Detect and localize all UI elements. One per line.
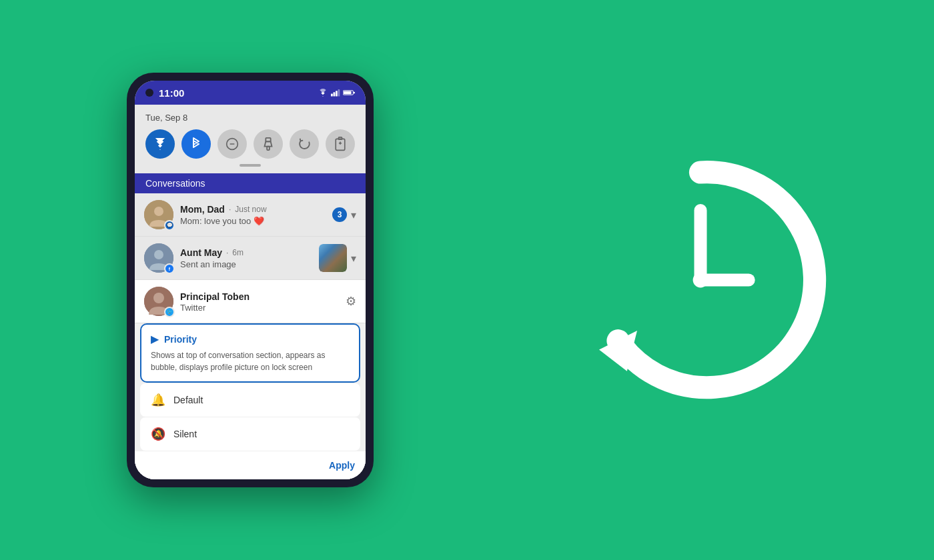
svg-point-20 (154, 207, 163, 216)
wifi-status-icon (318, 89, 328, 97)
apply-bar: Apply (135, 451, 366, 479)
camera-dot (145, 89, 153, 97)
notif-aunt-may[interactable]: f Aunt May · 6m Sent an image (135, 237, 366, 280)
qs-wifi-btn[interactable] (145, 129, 175, 159)
priority-description: Shows at top of conversation section, ap… (151, 349, 350, 373)
mom-dad-dot: · (229, 205, 231, 214)
priority-arrow-icon: ▶ (151, 333, 159, 345)
qs-flashlight-btn[interactable] (254, 129, 283, 159)
mom-dad-avatar: 💬 (144, 200, 173, 229)
mom-dad-name: Mom, Dad (180, 204, 225, 215)
aunt-may-thumb (319, 244, 347, 272)
notif-mom-dad[interactable]: 💬 Mom, Dad · Just now Mom: love you too … (135, 193, 366, 237)
svg-rect-14 (267, 147, 270, 151)
silent-label: Silent (173, 429, 197, 439)
aunt-may-time: 6m (232, 248, 244, 257)
principal-gear-btn[interactable]: ⚙ (346, 294, 356, 309)
svg-rect-15 (336, 139, 345, 150)
conversations-header: Conversations (135, 173, 366, 193)
quick-settings-panel: Tue, Sep 8 (135, 105, 366, 173)
mom-dad-badge: 💬 (164, 220, 175, 231)
principal-actions: ⚙ (346, 294, 356, 309)
aunt-may-name: Aunt May (180, 247, 222, 258)
aunt-may-chevron[interactable]: ▾ (351, 252, 356, 265)
signal-icon (331, 89, 340, 97)
qs-buttons-row (145, 129, 355, 159)
priority-title: Priority (164, 334, 197, 345)
svg-point-3 (693, 273, 709, 288)
apply-button[interactable]: Apply (329, 460, 355, 471)
silent-bell-icon: 🔕 (151, 427, 165, 441)
status-time: 11:00 (159, 87, 184, 99)
aunt-may-message: Sent an image (180, 259, 312, 269)
mom-dad-actions: 3 ▾ (332, 207, 356, 222)
qs-battery-btn[interactable] (326, 129, 355, 159)
principal-subtitle: Twitter (180, 303, 339, 313)
qs-drag-handle (240, 164, 261, 167)
aunt-may-content: Aunt May · 6m Sent an image (180, 247, 312, 269)
clock-bg-icon (574, 153, 827, 407)
default-label: Default (173, 395, 203, 405)
svg-point-22 (154, 250, 163, 259)
priority-popup: ▶ Priority Shows at top of conversation … (140, 323, 360, 383)
mom-dad-message: Mom: love you too ❤️ (180, 216, 326, 226)
qs-rotate-btn[interactable] (290, 129, 319, 159)
svg-rect-4 (331, 93, 333, 96)
phone-wrapper: 11:00 (127, 73, 374, 487)
principal-badge: 🐦 (164, 307, 175, 317)
qs-dnd-btn[interactable] (217, 129, 247, 159)
option-silent[interactable]: 🔕 Silent (140, 417, 360, 451)
mom-dad-chevron[interactable]: ▾ (351, 209, 356, 221)
qs-date: Tue, Sep 8 (145, 113, 355, 123)
mom-dad-badge-count: 3 (332, 207, 347, 222)
svg-rect-10 (354, 92, 355, 94)
option-default[interactable]: 🔔 Default (140, 383, 360, 417)
bell-icon: 🔔 (151, 393, 165, 407)
aunt-may-avatar: f (144, 243, 173, 273)
battery-icon (343, 89, 355, 97)
principal-avatar: 🐦 (144, 287, 173, 316)
phone-outer: 11:00 (127, 73, 374, 487)
principal-name: Principal Toben (180, 291, 250, 302)
aunt-may-dot: · (226, 248, 228, 257)
svg-rect-9 (344, 91, 352, 95)
conversations-label: Conversations (145, 178, 205, 189)
svg-rect-7 (338, 89, 340, 97)
mom-dad-time: Just now (235, 205, 266, 214)
qs-bluetooth-btn[interactable] (181, 129, 211, 159)
notif-principal[interactable]: 🐦 Principal Toben Twitter ⚙ (135, 280, 366, 323)
notifications-area: 💬 Mom, Dad · Just now Mom: love you too … (135, 193, 366, 479)
mom-dad-content: Mom, Dad · Just now Mom: love you too ❤️ (180, 204, 326, 226)
svg-rect-6 (336, 91, 338, 96)
aunt-may-badge: f (164, 263, 175, 274)
status-bar: 11:00 (135, 81, 366, 105)
aunt-may-actions: ▾ (319, 244, 356, 272)
svg-point-24 (153, 293, 164, 303)
phone-inner: 11:00 (135, 81, 366, 479)
principal-content: Principal Toben Twitter (180, 291, 339, 313)
svg-rect-5 (334, 92, 336, 96)
